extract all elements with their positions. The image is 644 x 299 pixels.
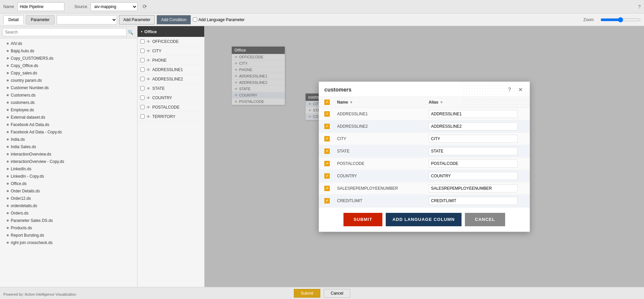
sidebar-item[interactable]: Employee.ds <box>0 106 137 114</box>
dialog-rows: ADDRESSLINE1 ADDRESSLINE2 CITY STATE POS… <box>319 108 530 207</box>
sidebar-item[interactable]: Facebook Ad Data - Copy.ds <box>0 128 137 136</box>
footer-cancel-btn[interactable]: Cancel <box>324 289 350 298</box>
sidebar-item[interactable]: Products.ds <box>0 224 137 232</box>
sidebar-item[interactable]: Copy_CUSTOMERS.ds <box>0 55 137 62</box>
row-alias-input-5[interactable] <box>429 172 518 180</box>
row-alias-input-3[interactable] <box>429 147 518 155</box>
dialog-help-icon[interactable]: ? <box>505 86 514 94</box>
office-field-label: PHONE <box>152 58 167 63</box>
office-field-item[interactable]: 👁ADDRESSLINE1 <box>138 65 204 74</box>
office-field-item[interactable]: 👁TERRITORY <box>138 112 204 121</box>
dialog-close-icon[interactable]: ✕ <box>516 86 524 94</box>
bottom-bar: Submit Cancel Powered by: Active Intelli… <box>0 287 644 299</box>
parameter-tab[interactable]: Parameter <box>26 15 55 24</box>
sidebar-item-label: Facebook Ad Data.ds <box>11 122 49 127</box>
add-parameter-btn[interactable]: Add Parameter <box>119 15 155 24</box>
sidebar-item[interactable]: India.ds <box>0 136 137 143</box>
sidebar-item[interactable]: Orders.ds <box>0 210 137 217</box>
footer-submit-btn[interactable]: Submit <box>294 289 320 298</box>
office-field-item[interactable]: 👁ADDRESSLINE2 <box>138 74 204 84</box>
name-filter-icon[interactable]: ▼ <box>350 100 353 104</box>
eye-icon: 👁 <box>147 49 150 53</box>
row-alias-input-1[interactable] <box>429 122 518 130</box>
office-field-checkbox[interactable] <box>140 49 145 53</box>
eye-icon: 👁 <box>147 40 150 44</box>
sidebar-dot <box>7 131 9 133</box>
add-language-checkbox[interactable] <box>193 17 197 22</box>
sidebar-item[interactable]: Order Details.ds <box>0 187 137 195</box>
select-all-checkbox[interactable] <box>324 100 330 105</box>
office-field-checkbox[interactable] <box>140 77 145 81</box>
search-icon[interactable]: 🔍 <box>126 28 135 36</box>
sidebar-item[interactable]: Report Bursting.ds <box>0 232 137 239</box>
office-field-item[interactable]: 👁PHONE <box>138 56 204 65</box>
zoom-slider[interactable] <box>600 17 641 22</box>
refresh-icon[interactable]: ⟳ <box>141 3 148 10</box>
row-checkbox-3[interactable] <box>324 148 330 154</box>
office-field-checkbox[interactable] <box>140 114 145 119</box>
sidebar-item[interactable]: Parameter Sales DS.ds <box>0 217 137 224</box>
alias-filter-icon[interactable]: ▼ <box>440 100 443 104</box>
row-alias-input-6[interactable] <box>429 184 518 192</box>
row-checkbox-2[interactable] <box>324 136 330 141</box>
sidebar-item[interactable]: right join crosscheck.ds <box>0 239 137 246</box>
row-checkbox-0[interactable] <box>324 111 330 117</box>
sidebar-item[interactable]: Bajaj Auto.ds <box>0 47 137 55</box>
sidebar-dot <box>7 190 9 192</box>
row-checkbox-5[interactable] <box>324 173 330 179</box>
submit-button[interactable]: SUBMIT <box>343 213 382 226</box>
office-field-item[interactable]: 👁CITY <box>138 46 204 56</box>
name-input[interactable] <box>17 2 64 11</box>
office-field-checkbox[interactable] <box>140 39 145 44</box>
office-field-item[interactable]: 👁STATE <box>138 84 204 93</box>
sidebar-item-label: Copy_sales.ds <box>11 71 37 75</box>
sidebar-item[interactable]: Customer Number.ds <box>0 84 137 92</box>
sidebar-item[interactable]: India Sales.ds <box>0 143 137 151</box>
row-checkbox-7[interactable] <box>324 198 330 203</box>
sidebar-item[interactable]: Copy_sales.ds <box>0 69 137 77</box>
office-field-checkbox[interactable] <box>140 67 145 72</box>
sidebar-item[interactable]: Order12.ds <box>0 195 137 202</box>
cancel-button[interactable]: CANCEL <box>465 213 505 226</box>
tab-dropdown[interactable] <box>57 15 117 24</box>
sidebar-item[interactable]: External dataset.ds <box>0 114 137 121</box>
detail-tab[interactable]: Detail <box>3 15 24 24</box>
sidebar-item[interactable]: Customers.ds <box>0 92 137 99</box>
search-input[interactable] <box>3 28 126 36</box>
sidebar-dot <box>7 175 9 177</box>
row-name-4: POSTALCODE <box>337 161 426 166</box>
row-checkbox-6[interactable] <box>324 186 330 191</box>
sidebar-item[interactable]: orderdetails.ds <box>0 202 137 210</box>
office-field-checkbox[interactable] <box>140 58 145 62</box>
sidebar-item[interactable]: customers.ds <box>0 99 137 106</box>
sidebar-dot <box>7 65 9 67</box>
toolbar: Detail Parameter Add Parameter Add Condi… <box>0 13 644 26</box>
office-field-item[interactable]: 👁COUNTRY <box>138 93 204 103</box>
sidebar-item[interactable]: Facebook Ad Data.ds <box>0 121 137 128</box>
sidebar-item[interactable]: AIV.ds <box>0 40 137 47</box>
office-field-checkbox[interactable] <box>140 86 145 91</box>
row-alias-input-4[interactable] <box>429 160 518 168</box>
add-condition-btn[interactable]: Add Condition <box>157 15 191 24</box>
help-icon[interactable]: ? <box>638 4 641 9</box>
office-field-item[interactable]: 👁POSTALCODE <box>138 103 204 112</box>
office-field-checkbox[interactable] <box>140 96 145 100</box>
row-checkbox-4[interactable] <box>324 161 330 166</box>
sidebar-item[interactable]: Copy_Office.ds <box>0 62 137 69</box>
source-select[interactable]: aiv-mapping <box>91 2 138 11</box>
office-field-checkbox[interactable] <box>140 105 145 109</box>
row-alias-input-0[interactable] <box>429 110 518 118</box>
sidebar-item[interactable]: LinkedIn.ds <box>0 165 137 173</box>
add-language-checkbox-label[interactable]: Add Language Parameter <box>193 17 245 22</box>
add-language-column-button[interactable]: ADD LANGUAGE COLUMN <box>386 213 462 226</box>
sidebar-item[interactable]: country param.ds <box>0 77 137 84</box>
sidebar-item[interactable]: interactionOverview - Copy.ds <box>0 158 137 165</box>
sidebar-item[interactable]: interactionOverview.ds <box>0 151 137 158</box>
row-alias-input-7[interactable] <box>429 197 518 205</box>
office-field-item[interactable]: 👁OFFICECODE <box>138 37 204 46</box>
row-alias-input-2[interactable] <box>429 135 518 143</box>
sidebar-dot <box>7 57 9 59</box>
sidebar-item[interactable]: LinkedIn - Copy.ds <box>0 173 137 180</box>
sidebar-item[interactable]: Office.ds <box>0 180 137 187</box>
row-checkbox-1[interactable] <box>324 124 330 129</box>
